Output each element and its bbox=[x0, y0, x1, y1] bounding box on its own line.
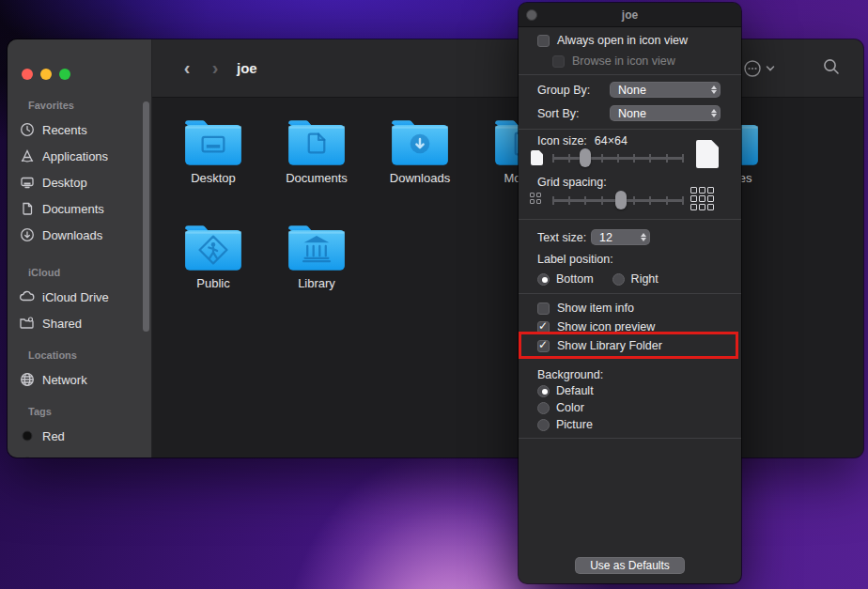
grid-spacing-slider-thumb[interactable] bbox=[615, 191, 627, 209]
show-item-info-checkbox[interactable]: ✓ bbox=[537, 302, 550, 315]
folder-library[interactable]: Library bbox=[268, 224, 365, 290]
browse-row: ✓ Browse in icon view bbox=[552, 54, 741, 68]
sidebar-item-label: iCloud Drive bbox=[42, 290, 109, 304]
background-default-radio[interactable] bbox=[537, 385, 550, 397]
sidebar-item-label: Orange bbox=[42, 456, 83, 458]
sort-by-dropdown[interactable]: None bbox=[610, 105, 721, 121]
label-position-label: Label position: bbox=[537, 253, 613, 266]
text-size-dropdown[interactable]: 12 bbox=[591, 229, 650, 245]
sidebar-item-label: Documents bbox=[42, 202, 104, 216]
show-icon-preview-checkbox[interactable]: ✓ bbox=[537, 321, 550, 333]
download-circle-icon bbox=[19, 227, 35, 243]
search-icon bbox=[822, 57, 841, 76]
folder-documents[interactable]: Documents bbox=[268, 118, 365, 185]
background-picture-label: Picture bbox=[556, 418, 593, 431]
sidebar-item-applications[interactable]: Applications bbox=[19, 145, 143, 167]
sidebar-item-label: Red bbox=[42, 429, 65, 443]
group-by-value: None bbox=[618, 84, 646, 97]
folder-view: Desktop Documents Downloads Movies bbox=[152, 98, 863, 457]
group-by-dropdown[interactable]: None bbox=[610, 82, 721, 98]
show-library-folder-checkbox[interactable]: ✓ bbox=[537, 340, 550, 352]
large-grid-spacing-icon bbox=[690, 187, 714, 210]
stepper-icon bbox=[641, 233, 646, 241]
sort-by-label: Sort By: bbox=[537, 107, 579, 120]
show-item-info-row[interactable]: ✓ Show item info bbox=[537, 302, 741, 315]
background-picture-row[interactable]: Picture bbox=[537, 418, 741, 431]
sidebar-section-locations: Locations bbox=[28, 349, 77, 361]
desktop-icon bbox=[19, 175, 35, 191]
icon-size-slider-thumb[interactable] bbox=[580, 148, 591, 167]
sidebar-item-downloads[interactable]: Downloads bbox=[19, 224, 143, 246]
always-open-checkbox[interactable]: ✓ bbox=[537, 35, 550, 47]
folder-downloads[interactable]: Downloads bbox=[371, 118, 469, 185]
background-color-label: Color bbox=[556, 401, 584, 414]
sidebar-scrollbar[interactable] bbox=[143, 101, 149, 332]
always-open-label: Always open in icon view bbox=[557, 34, 688, 47]
sidebar-item-red[interactable]: Red bbox=[19, 425, 143, 447]
search-button[interactable] bbox=[822, 57, 841, 80]
background-default-label: Default bbox=[556, 384, 594, 397]
zoom-window-button[interactable] bbox=[59, 69, 70, 80]
ellipsis-circle-icon bbox=[743, 59, 762, 78]
toolbar: ‹ › joe bbox=[152, 39, 863, 98]
background-color-radio[interactable] bbox=[537, 402, 550, 414]
sidebar-section-favorites: Favorites bbox=[28, 100, 74, 111]
folder-icon bbox=[389, 118, 451, 167]
minimize-window-button[interactable] bbox=[40, 69, 52, 80]
sidebar-item-desktop[interactable]: Desktop bbox=[19, 171, 143, 194]
show-library-folder-label: Show Library Folder bbox=[557, 339, 662, 352]
sidebar-item-documents[interactable]: Documents bbox=[19, 197, 143, 220]
tag-dot-icon bbox=[19, 428, 35, 444]
label-right-radio[interactable] bbox=[612, 273, 625, 286]
document-icon bbox=[19, 201, 35, 217]
traffic-lights bbox=[22, 69, 70, 80]
sidebar-item-network[interactable]: Network bbox=[19, 368, 143, 391]
window-title: joe bbox=[237, 60, 257, 76]
always-open-row[interactable]: ✓ Always open in icon view bbox=[537, 34, 741, 47]
more-options-button[interactable] bbox=[743, 59, 775, 78]
background-default-row[interactable]: Default bbox=[537, 384, 741, 397]
sort-by-value: None bbox=[618, 107, 646, 120]
folder-label: Desktop bbox=[191, 171, 236, 185]
background-color-row[interactable]: Color bbox=[537, 401, 741, 414]
applications-icon bbox=[19, 148, 35, 164]
sidebar-item-label: Desktop bbox=[42, 176, 87, 190]
sidebar-item-label: Shared bbox=[42, 317, 82, 331]
shared-folder-icon bbox=[19, 316, 35, 332]
forward-button[interactable]: › bbox=[201, 57, 229, 79]
folder-label: Library bbox=[298, 276, 335, 290]
folder-icon bbox=[182, 118, 244, 167]
show-library-folder-row[interactable]: ✓ Show Library Folder bbox=[537, 339, 741, 352]
background-picture-radio[interactable] bbox=[537, 419, 550, 431]
show-icon-preview-label: Show icon preview bbox=[557, 320, 655, 333]
browse-checkbox: ✓ bbox=[552, 55, 565, 68]
chevron-down-icon bbox=[766, 65, 775, 72]
folder-icon bbox=[286, 118, 348, 167]
sidebar-item-label: Applications bbox=[42, 149, 108, 163]
sidebar-item-icloud-drive[interactable]: iCloud Drive bbox=[19, 286, 143, 308]
sidebar-item-orange[interactable]: Orange bbox=[19, 451, 143, 457]
label-bottom-radio[interactable] bbox=[537, 273, 550, 286]
folder-label: Public bbox=[196, 276, 229, 290]
large-icon-size-icon bbox=[696, 140, 719, 168]
icon-size-label: Icon size: bbox=[537, 134, 587, 147]
back-button[interactable]: ‹ bbox=[173, 57, 201, 79]
close-window-button[interactable] bbox=[22, 69, 33, 80]
small-icon-size-icon bbox=[531, 150, 543, 165]
background-row: Background: bbox=[537, 368, 741, 381]
show-icon-preview-row[interactable]: ✓ Show icon preview bbox=[537, 320, 741, 333]
panel-close-button[interactable] bbox=[526, 9, 537, 21]
sidebar-item-label: Recents bbox=[42, 123, 87, 137]
icon-size-value: 64×64 bbox=[595, 134, 628, 147]
grid-spacing-slider[interactable] bbox=[552, 191, 684, 209]
folder-public[interactable]: Public bbox=[164, 224, 262, 290]
use-as-defaults-button[interactable]: Use as Defaults bbox=[575, 557, 685, 574]
folder-desktop[interactable]: Desktop bbox=[164, 118, 262, 185]
browse-label: Browse in icon view bbox=[572, 54, 675, 68]
sidebar-item-recents[interactable]: Recents bbox=[19, 118, 143, 141]
sidebar-item-shared[interactable]: Shared bbox=[19, 312, 143, 334]
label-bottom-label: Bottom bbox=[556, 272, 594, 286]
icon-size-slider[interactable] bbox=[552, 148, 684, 167]
text-size-value: 12 bbox=[599, 231, 612, 244]
cloud-icon bbox=[19, 289, 35, 305]
